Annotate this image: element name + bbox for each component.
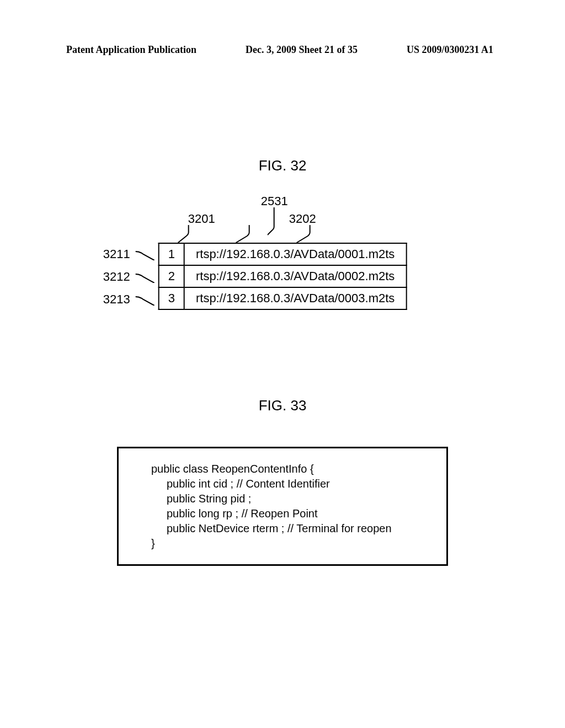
cell-url: rtsp://192.168.0.3/AVData/0001.m2ts (184, 243, 406, 265)
fig32-row3-label: 3213 (103, 292, 156, 307)
fig32-col-labels: 2531 3201 3202 (158, 210, 407, 243)
fig33-title: FIG. 33 (0, 397, 565, 414)
leader-line-icon (294, 225, 316, 243)
fig32-table: 1 rtsp://192.168.0.3/AVData/0001.m2ts 2 … (158, 243, 407, 310)
cell-url: rtsp://192.168.0.3/AVData/0002.m2ts (184, 265, 406, 287)
table-row: 3 rtsp://192.168.0.3/AVData/0003.m2ts (159, 287, 407, 309)
leader-line-icon (175, 225, 191, 243)
cell-num: 2 (159, 265, 184, 287)
page-header: Patent Application Publication Dec. 3, 2… (66, 44, 493, 56)
header-left: Patent Application Publication (66, 44, 196, 56)
fig33-codebox: public class ReopenContentInfo { public … (117, 447, 448, 566)
leader-line-icon (132, 293, 156, 306)
code-line: public class ReopenContentInfo { (151, 462, 439, 477)
cell-num: 1 (159, 243, 184, 265)
code-line: public NetDevice rterm ; // Terminal for… (167, 521, 439, 536)
code-line: public int cid ; // Content Identifier (167, 477, 439, 491)
leader-line-icon (233, 225, 255, 243)
header-center: Dec. 3, 2009 Sheet 21 of 35 (246, 44, 358, 56)
header-right: US 2009/0300231 A1 (407, 44, 493, 56)
fig32-col1-label: 3201 (188, 212, 215, 226)
patent-page: Patent Application Publication Dec. 3, 2… (0, 0, 565, 728)
table-row: 1 rtsp://192.168.0.3/AVData/0001.m2ts (159, 243, 407, 265)
leader-line-icon (132, 271, 156, 283)
fig32-container: 2531 3201 3202 3211 (158, 210, 407, 312)
code-line: public long rp ; // Reopen Point (167, 506, 439, 521)
fig32-row2-label: 3212 (103, 270, 156, 284)
code-line: } (151, 536, 439, 551)
fig32-title: FIG. 32 (0, 157, 565, 174)
cell-url: rtsp://192.168.0.3/AVData/0003.m2ts (184, 287, 406, 309)
table-row: 2 rtsp://192.168.0.3/AVData/0002.m2ts (159, 265, 407, 287)
code-line: public String pid ; (167, 491, 439, 506)
fig32-row1-label: 3211 (103, 247, 156, 261)
fig32-top-label: 2531 (261, 194, 288, 208)
leader-line-icon (132, 248, 156, 260)
cell-num: 3 (159, 287, 184, 309)
fig32-col2-label: 3202 (289, 212, 316, 226)
leader-line-icon (268, 207, 290, 243)
